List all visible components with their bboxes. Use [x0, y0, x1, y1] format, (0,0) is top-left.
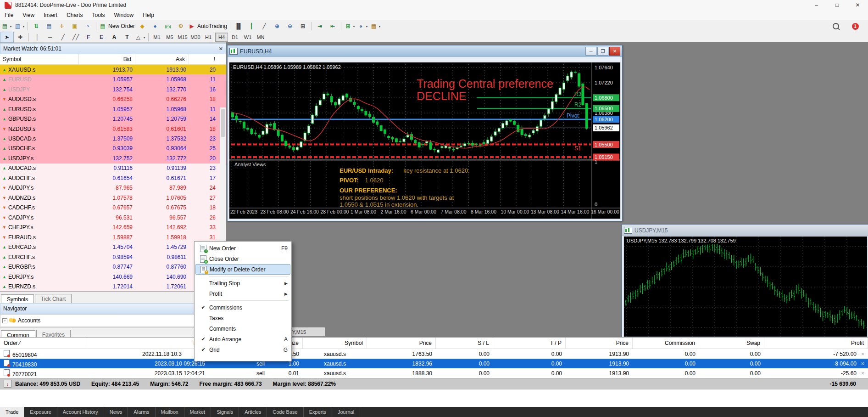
zoom-in-button[interactable]: ⊕ [271, 21, 284, 31]
menu-item-new-order[interactable]: +New OrderF9 [195, 243, 290, 254]
menu-item-grid[interactable]: ✔GridG [195, 344, 290, 355]
toolbox-tab-trade[interactable]: Trade [0, 407, 24, 417]
autotrading-button[interactable]: ▶AutoTrading [187, 21, 228, 31]
terminal-col-profit[interactable]: Profit [764, 338, 868, 349]
fibo-expansion-button[interactable]: E [95, 32, 108, 42]
market-watch-row-audnzd.s[interactable]: ▼AUDNZD.s1.075781.0760527 [0, 193, 226, 203]
market-watch-button[interactable]: ⇅ [30, 21, 43, 31]
order-row-70419830[interactable]: 704198302023.03.10 09:26:15sell1.00xauus… [0, 359, 868, 368]
menu-item-comments[interactable]: Comments [195, 323, 290, 334]
timeframe-w1[interactable]: W1 [242, 33, 254, 41]
shapes-button[interactable]: △▾ [134, 32, 146, 42]
market-watch-row-eurusd[interactable]: ▲EURUSD1.059571.0596811 [0, 74, 226, 84]
timeframe-mn[interactable]: MN [255, 33, 267, 41]
metaeditor-button[interactable]: ◆ [136, 21, 149, 31]
terminal-col-tp[interactable]: T / P [493, 338, 566, 349]
strategy-tester-button[interactable]: ◔ [81, 21, 94, 31]
toolbox-tab-alarms[interactable]: Alarms [128, 407, 155, 417]
line-chart-button[interactable]: ╱ [258, 21, 271, 31]
market-watch-col-bid[interactable]: Bid [79, 54, 135, 64]
toolbox-tab-journal[interactable]: Journal [332, 407, 360, 417]
periods-button[interactable]: ◕▾ [356, 21, 369, 31]
order-row-65019804[interactable]: 650198042022.11.18 10:30.50xauusd.s1763.… [0, 349, 868, 359]
dropdown-caret-icon[interactable]: ▾ [22, 24, 24, 28]
chart-close-button[interactable]: ✕ [609, 47, 620, 56]
market-watch-row-gbpusd.s[interactable]: ▲GBPUSD.s1.207451.2075914 [0, 114, 226, 124]
order-row-70770021[interactable]: 707700212023.03.15 12:04:21sell0.01xauus… [0, 368, 868, 378]
menu-item-auto-arrange[interactable]: ✔Auto ArrangeA [195, 334, 290, 344]
search-button[interactable] [829, 21, 842, 31]
new-order-button[interactable]: ▤New Order [98, 21, 136, 31]
market-watch-col-symbol[interactable]: Symbol [0, 54, 79, 64]
close-position-icon[interactable]: × [861, 351, 864, 357]
tile-windows-button[interactable]: ⊞ [296, 21, 309, 31]
close-position-icon[interactable]: × [861, 361, 864, 367]
timeframe-h4[interactable]: H4 [215, 33, 228, 42]
terminal-col-sl[interactable]: S / L [436, 338, 493, 349]
timeframe-m1[interactable]: M1 [151, 33, 163, 41]
toolbox-tab-experts[interactable]: Experts [304, 407, 332, 417]
terminal-col-swap[interactable]: Swap [699, 338, 764, 349]
market-watch-row-usdjpy[interactable]: ▲USDJPY132.754132.77016 [0, 85, 226, 94]
chart-usdjpy-canvas[interactable]: USDJPY,M15 132.783 132.799 132.708 132.7… [623, 236, 868, 337]
text-button[interactable]: A [108, 32, 121, 42]
terminal-col-symbol[interactable]: Symbol [303, 338, 367, 349]
toolbox-tab-exposure[interactable]: Exposure [24, 407, 57, 417]
terminal-col-price[interactable]: Price [566, 338, 633, 349]
market-watch-row-usdcad.s[interactable]: ▲USDCAD.s1.375091.3753223 [0, 134, 226, 143]
dropdown-caret-icon[interactable]: ▾ [378, 24, 380, 28]
auto-scroll-button[interactable]: ⇥ [313, 21, 326, 31]
vline-button[interactable]: │ [31, 32, 44, 42]
market-watch-row-nzdusd.s[interactable]: ▼NZDUSD.s0.615830.6160118 [0, 124, 226, 134]
tab-symbols[interactable]: Symbols [1, 294, 34, 304]
chart-eurusd-canvas[interactable]: Trading Central preferenceDECLINER3R2Piv… [229, 62, 621, 219]
options-button[interactable]: ⚙ [174, 21, 187, 31]
minimize-button[interactable]: – [806, 0, 827, 10]
new-chart-button[interactable]: ▤▾ [0, 21, 13, 31]
terminal-col-commission[interactable]: Commission [633, 338, 699, 349]
market-watch-row-xauusd.s[interactable]: ▲XAUUSD.s1913.701913.9020 [0, 65, 226, 74]
market-watch-row-eurchf.s[interactable]: ▲EURCHF.s0.985940.9861117 [0, 252, 226, 262]
close-position-icon[interactable]: × [861, 370, 864, 377]
menu-item-modify-or-delete-order[interactable]: *Modify or Delete Order [195, 264, 290, 275]
cursor-button[interactable]: ➤ [0, 32, 14, 43]
notification-button[interactable]: 1 [849, 21, 862, 31]
toolbox-tab-code-base[interactable]: Code Base [267, 407, 303, 417]
close-button[interactable]: ✕ [847, 0, 868, 10]
toolbox-tab-signals[interactable]: Signals [211, 407, 239, 417]
profiles-button[interactable]: ▥▾ [13, 21, 26, 31]
market-watch-row-eurusd.s[interactable]: ▲EURUSD.s1.059571.0596811 [0, 104, 226, 114]
hline-button[interactable]: ─ [44, 32, 56, 42]
market-watch-row-cadchf.s[interactable]: ▼CADCHF.s0.676570.6767518 [0, 203, 226, 213]
menu-item-close-order[interactable]: vClose Order [195, 254, 290, 264]
navigator-button[interactable]: ✛ [56, 21, 68, 31]
dropdown-caret-icon[interactable]: ▾ [366, 24, 367, 28]
menu-insert[interactable]: Insert [39, 11, 62, 20]
toolbox-tab-account-history[interactable]: Account History [57, 407, 104, 417]
market-watch-row-eurnzd.s[interactable]: ▲EURNZD.s1.720141.7206147 [0, 282, 226, 291]
timeframe-h1[interactable]: H1 [202, 33, 214, 41]
bar-chart-button[interactable]: ▐▌ [232, 21, 245, 31]
navigator-item-accounts[interactable]: Accounts [18, 317, 40, 324]
market-watch-row-eurcad.s[interactable]: ▲EURCAD.s1.457041.4572925 [0, 242, 226, 252]
market-watch-row-chfjpy.s[interactable]: ▼CHFJPY.s142.659142.69233 [0, 223, 226, 232]
balance-arrow-icon[interactable]: ↓ [4, 380, 11, 388]
chart-minimize-button[interactable]: ─ [585, 47, 596, 56]
trendline-button[interactable]: ╱ [56, 32, 69, 42]
experts-button[interactable]: ● [149, 21, 161, 31]
market-watch-row-audusd.s[interactable]: ▼AUDUSD.s0.662580.6627618 [0, 94, 226, 104]
menu-item-taxes[interactable]: Taxes [195, 313, 290, 323]
market-watch-row-audchf.s[interactable]: ▲AUDCHF.s0.616540.6167117 [0, 173, 226, 183]
menu-charts[interactable]: Charts [62, 11, 87, 20]
dropdown-caret-icon[interactable]: ▾ [10, 24, 11, 28]
label-button[interactable]: T [121, 32, 134, 42]
crosshair-button[interactable]: ✚ [14, 32, 27, 42]
fibonacci-button[interactable]: F [82, 32, 95, 42]
channel-button[interactable]: ╱╱ [69, 32, 82, 42]
menu-tools[interactable]: Tools [88, 11, 110, 20]
terminal-col-time[interactable]: Time [87, 338, 209, 349]
terminal-col-price[interactable]: Price [367, 338, 436, 349]
dropdown-caret-icon[interactable]: ▾ [353, 24, 355, 28]
market-watch-col-ask[interactable]: Ask [135, 54, 189, 64]
market-watch-close-icon[interactable]: ✕ [219, 46, 223, 52]
